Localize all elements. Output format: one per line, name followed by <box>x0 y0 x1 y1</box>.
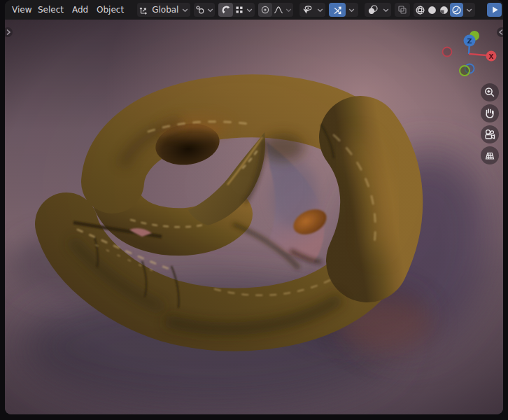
orientation-axes-icon <box>137 3 150 17</box>
chevron-down-icon <box>463 3 475 17</box>
solid-sphere-icon <box>427 5 437 15</box>
show-gizmos-group <box>329 3 358 17</box>
show-overlays-toggle[interactable] <box>365 3 380 17</box>
axis-x-positive-handle[interactable]: X <box>486 51 497 62</box>
chevron-down-icon <box>206 3 214 17</box>
snapping-group <box>218 3 255 17</box>
pivot-point-dropdown[interactable] <box>194 3 215 17</box>
shading-material-button[interactable] <box>438 3 450 17</box>
blender-window: View Select Add Object Global <box>0 0 508 420</box>
toggle-xray-button[interactable] <box>395 3 410 17</box>
chevron-down-icon <box>245 3 254 17</box>
shading-wireframe-button[interactable] <box>414 3 426 17</box>
viewport-header: View Select Add Object Global <box>5 0 503 20</box>
visibility-eye-cursor-icon <box>299 3 315 17</box>
viewport-editor: View Select Add Object Global <box>5 0 503 414</box>
axis-z-label: Z <box>467 37 472 45</box>
shading-rendered-button[interactable] <box>450 3 463 17</box>
zoom-button[interactable] <box>481 83 499 102</box>
rendered-sphere-icon <box>451 5 462 15</box>
proportional-editing-group <box>258 3 293 17</box>
snap-toggle-button[interactable] <box>218 3 233 17</box>
snap-target-button[interactable] <box>233 3 245 17</box>
menu-add[interactable]: Add <box>68 3 92 17</box>
play-button[interactable] <box>487 3 502 17</box>
chevron-down-icon <box>315 3 325 17</box>
shading-mode-group <box>414 3 475 17</box>
chevron-down-icon <box>346 3 358 17</box>
pivot-point-icon <box>194 3 206 17</box>
axis-x-negative-handle[interactable] <box>443 48 452 57</box>
magnifier-plus-icon <box>484 86 496 99</box>
proportional-circle-icon <box>260 5 270 15</box>
viewport-render <box>5 20 503 414</box>
material-sphere-icon <box>439 5 449 15</box>
pan-view-button[interactable] <box>481 104 499 122</box>
grid-dome-icon <box>484 149 496 162</box>
perspective-grid-button[interactable] <box>481 146 499 164</box>
snap-increment-icon <box>235 6 244 14</box>
axis-z-positive-handle[interactable]: Z <box>464 35 476 47</box>
axis-y-negative-handle[interactable] <box>460 66 470 76</box>
chevron-down-icon <box>284 3 292 17</box>
navigation-gizmo[interactable]: Z X <box>437 21 502 84</box>
menu-select[interactable]: Select <box>34 3 68 17</box>
chevron-down-icon <box>380 3 391 17</box>
camera-view-button[interactable] <box>481 125 499 144</box>
falloff-dropdown[interactable] <box>272 3 284 17</box>
viewport-3d[interactable]: Z X <box>5 20 503 414</box>
shading-solid-button[interactable] <box>426 3 438 17</box>
orientation-value: Global <box>150 5 180 15</box>
show-gizmos-toggle[interactable] <box>329 3 346 17</box>
magnet-icon <box>221 5 231 15</box>
overlays-circles-icon <box>367 5 378 15</box>
menu-view[interactable]: View <box>8 3 36 17</box>
show-overlays-group <box>365 3 391 17</box>
axis-x-label: X <box>489 53 494 60</box>
play-icon <box>490 5 500 15</box>
transform-orientation-dropdown[interactable]: Global <box>137 3 190 17</box>
chevron-down-icon <box>180 3 190 17</box>
expand-sidebar-arrow[interactable] <box>496 27 503 38</box>
xray-squares-icon <box>395 3 410 17</box>
hand-icon <box>484 107 496 120</box>
menu-object[interactable]: Object <box>92 3 128 17</box>
camera-icon <box>484 128 497 141</box>
wireframe-sphere-icon <box>415 5 425 15</box>
falloff-curve-icon <box>274 5 283 15</box>
object-visibility-dropdown[interactable] <box>299 3 325 17</box>
proportional-toggle-button[interactable] <box>258 3 272 17</box>
gizmo-arrows-icon <box>332 5 343 15</box>
expand-toolbar-arrow[interactable] <box>5 27 13 38</box>
